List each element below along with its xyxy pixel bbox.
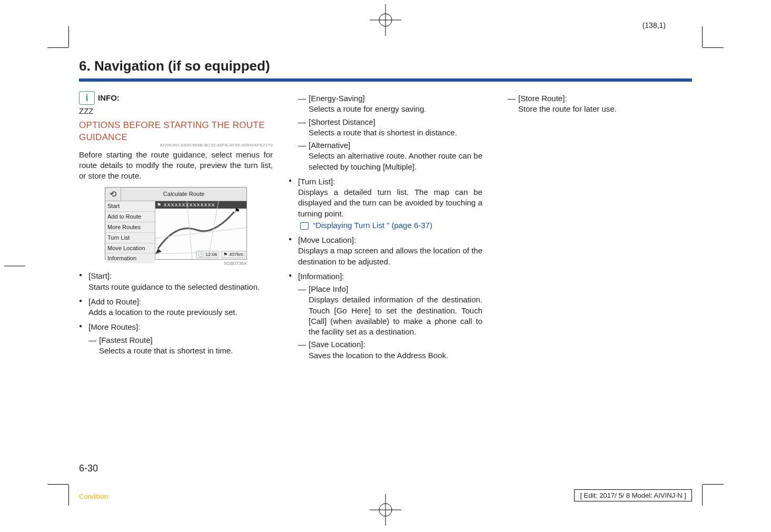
sub-title: [Alternative] [309, 140, 482, 151]
info-icon: i [79, 91, 95, 105]
sub-desc: Displays detailed information of the des… [309, 294, 482, 337]
sheet-coordinate: (138,1) [642, 21, 666, 29]
sub-desc: Selects a route for energy saving. [309, 104, 482, 114]
sub-title: [Shortest Distance] [309, 117, 482, 127]
sub-item: [Energy-Saving] Selects a route for ener… [298, 93, 482, 115]
register-mark-bottom [370, 494, 401, 528]
footer-condition: Condition: [79, 492, 110, 500]
item-desc: Displays a map screen and allows the loc… [298, 245, 482, 267]
register-mark-left [4, 266, 25, 267]
crop-mark-bl [47, 474, 79, 506]
sub-desc: Selects a route that is shortest in time… [99, 346, 273, 356]
sub-desc: Store the route for later use. [518, 104, 692, 114]
section-heading: OPTIONS BEFORE STARTING THE ROUTE GUIDAN… [79, 120, 273, 144]
item-desc: Displays a detailed turn list. The map c… [298, 187, 482, 219]
item-title: [Add to Route]: [88, 297, 273, 307]
list-item: [Move Location]: Displays a map screen a… [289, 235, 482, 267]
list-item: [Start]: Starts route guidance to the se… [79, 271, 273, 292]
sub-title: [Save Location]: [309, 339, 482, 350]
item-title: [More Routes]: [88, 322, 273, 332]
sub-desc: Selects an alternative route. Another ro… [309, 151, 482, 172]
list-item: [Information]: [Place Info] Displays det… [289, 271, 482, 361]
item-title: [Turn List]: [298, 176, 482, 187]
sub-title: [Store Route]: [518, 93, 692, 104]
crop-mark-tl [47, 26, 79, 58]
svg-text:⚑: ⚑ [234, 207, 240, 214]
column-3: [Store Route]: Store the route for later… [498, 91, 692, 361]
column-1: i INFO: ZZZ OPTIONS BEFORE STARTING THE … [79, 91, 273, 361]
info-placeholder-text: ZZZ [79, 106, 273, 116]
item-desc: Starts route guidance to the selected de… [88, 282, 273, 292]
list-item: [Turn List]: Displays a detailed turn li… [289, 176, 482, 231]
sub-title: [Energy-Saving] [309, 93, 482, 104]
screenshot-menu-item: Turn List [105, 233, 155, 243]
register-mark-top [370, 4, 401, 38]
item-title: [Information]: [298, 271, 482, 282]
screenshot-distance-chip: ⚑ 407km [221, 251, 245, 258]
screenshot-title: Calculate Route [121, 189, 246, 199]
sub-item: [Fastest Route] Selects a route that is … [88, 335, 273, 357]
list-item: [Add to Route]: Adds a location to the r… [79, 297, 273, 318]
screenshot-menu-item: Start [105, 201, 155, 212]
sub-item: [Alternative] Selects an alternative rou… [298, 140, 482, 172]
sub-desc: Saves the location to the Address Book. [309, 350, 482, 361]
xref-icon: ☞ [300, 222, 309, 230]
sub-item: [Store Route]: Store the route for later… [508, 93, 692, 115]
screenshot-menu: Start Add to Route More Routes Turn List… [105, 201, 155, 259]
sub-item: [Save Location]: Saves the location to t… [298, 339, 482, 361]
xref-text: “Displaying Turn List ” (page 6-37) [313, 221, 432, 230]
info-label: INFO: [98, 93, 120, 103]
sub-title: [Place Info] [309, 284, 482, 294]
svg-marker-6 [155, 249, 162, 254]
item-desc: Adds a location to the route previously … [88, 307, 273, 318]
section-intro: Before starting the route guidance, sele… [79, 150, 273, 182]
screenshot-time-chip: 🕒 12:06 [196, 251, 219, 258]
sub-title: [Fastest Route] [99, 335, 273, 346]
calculate-route-figure: ⟲ Calculate Route Start Add to Route Mor… [105, 187, 247, 267]
item-title: [Start]: [88, 271, 273, 281]
footer-edit-info: [ Edit: 2017/ 5/ 8 Model: AIVINJ-N ] [574, 489, 692, 501]
chapter-title: 6. Navigation (if so equipped) [79, 58, 692, 74]
list-item: [More Routes]: [Fastest Route] Selects a… [79, 322, 273, 356]
sub-item: [Place Info] Displays detailed informati… [298, 284, 482, 337]
screenshot-menu-item: Information [105, 253, 155, 263]
chapter-rule [79, 78, 692, 82]
sub-desc: Selects a route that is shortest in dist… [309, 127, 482, 138]
sub-item: [Shortest Distance] Selects a route that… [298, 117, 482, 139]
screenshot-menu-item: Move Location [105, 243, 155, 254]
page-number: 6-30 [79, 463, 98, 474]
column-2: [Energy-Saving] Selects a route for ener… [289, 91, 482, 361]
screenshot-menu-item: Add to Route [105, 212, 155, 222]
crop-mark-br [692, 474, 724, 506]
back-icon: ⟲ [105, 188, 121, 201]
screenshot-menu-item: More Routes [105, 222, 155, 233]
screenshot-map: ⚑ XXXXXXXXXXXXXX ⚑ 🕒 12:06 ⚑ 407km [155, 201, 246, 259]
item-title: [Move Location]: [298, 235, 482, 245]
crop-mark-tr [692, 26, 724, 58]
